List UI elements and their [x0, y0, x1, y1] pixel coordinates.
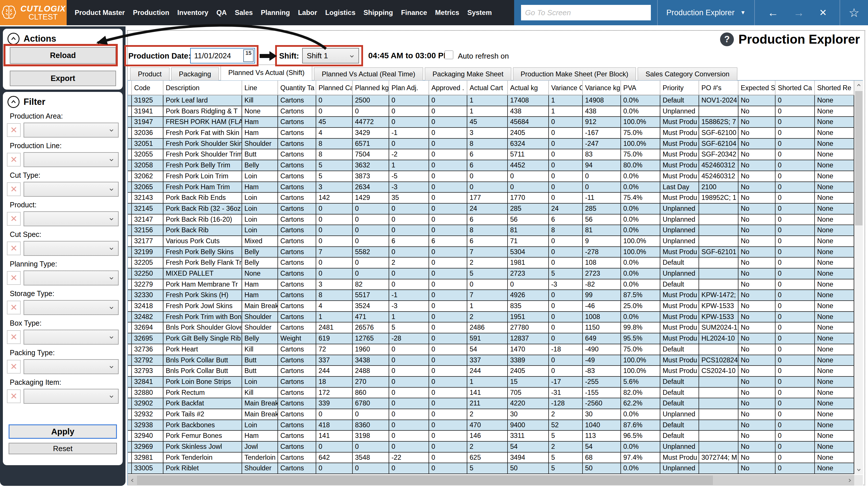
table-row-32250[interactable]: 32250MIXED PALLETNoneCartons000052723527… [128, 268, 863, 280]
column-header-plan-adj[interactable]: Plan Adj. [389, 81, 429, 95]
column-header-variance-cartons[interactable]: Variance Ca [549, 81, 583, 95]
column-header-po-numbers[interactable]: PO #'s [699, 81, 739, 95]
collapse-chevron-icon[interactable] [7, 33, 20, 45]
apply-button[interactable]: Apply [9, 424, 117, 439]
table-row-32330[interactable]: 32330Fresh Pork Skins (H)HamCartons85517… [128, 290, 863, 301]
scroll-down-icon[interactable] [855, 465, 863, 474]
export-button[interactable]: Export [10, 71, 116, 86]
clear-x-icon-storage-type[interactable]: ✕ [7, 301, 21, 315]
column-header-line[interactable]: Line [242, 81, 278, 95]
table-row-32938[interactable]: 32938Pork BackbonesLoinCartons4188360004… [128, 420, 863, 431]
table-row-32058[interactable]: 32058Fresh Pork Belly TrimBellyCartons53… [128, 160, 863, 171]
table-row-32279[interactable]: 32279Pork Ham Membrane TrHamCartons38200… [128, 280, 863, 290]
screen-selector-dropdown[interactable]: Production Explorer ▼ [657, 0, 755, 25]
vertical-scrollbar[interactable] [854, 81, 863, 474]
menu-item-logistics[interactable]: Logistics [321, 9, 359, 17]
reload-button[interactable]: Reload [10, 47, 116, 64]
close-icon[interactable]: ✕ [819, 7, 827, 18]
table-row-32055[interactable]: 32055Fresh Pork Shoulder TrimButtCartons… [128, 149, 863, 160]
table-row-32792[interactable]: 32792Bnls Pork Collar ButtButtCartons337… [128, 355, 863, 366]
column-header-code[interactable]: Code [132, 81, 163, 95]
auto-refresh-checkbox[interactable] [445, 51, 453, 59]
filter-combobox-cut-type[interactable] [24, 182, 119, 197]
table-row-32147[interactable]: 32147Pork Back Rib (16-20)LoinCartons000… [128, 215, 863, 225]
table-row-32036[interactable]: 32036Fresh Pork Fat with SkinHamCartons4… [128, 128, 863, 139]
table-row-32051[interactable]: 32051Fresh Pork Shoulder SkinShoulderCar… [128, 139, 863, 150]
table-row-32932[interactable]: 32932Pork Tails #2Main BreakCartons00002… [128, 409, 863, 420]
table-row-32695[interactable]: 32695Pork Gilt Belly Single RibBellyWeig… [128, 333, 863, 344]
table-row-32694[interactable]: 32694Bnls Pork Shoulder GloveShoulderCar… [128, 322, 863, 333]
vertical-scroll-thumb[interactable] [855, 91, 863, 225]
tab-packaging-make-sheet[interactable]: Packaging Make Sheet [425, 67, 511, 80]
column-header-quantity-type[interactable]: Quantity Ta [278, 81, 316, 95]
tab-product[interactable]: Product [130, 67, 169, 80]
favorite-star-icon[interactable]: ☆ [849, 6, 860, 20]
filter-combobox-production-line[interactable] [24, 152, 119, 167]
menu-item-shipping[interactable]: Shipping [359, 9, 397, 17]
menu-item-finance[interactable]: Finance [397, 9, 431, 17]
menu-item-product-master[interactable]: Product Master [71, 9, 129, 17]
clear-x-icon-production-area[interactable]: ✕ [7, 123, 21, 137]
menu-item-production[interactable]: Production [129, 9, 174, 17]
table-row-32736[interactable]: 32736Pork HeartKillCartons72196000541470… [128, 344, 863, 355]
reset-button[interactable]: Reset [9, 443, 117, 454]
tab-planned-vs-actual-real-time[interactable]: Planned Vs Actual (Real Time) [314, 67, 423, 80]
scroll-up-icon[interactable] [855, 81, 863, 90]
column-header-shorted-cartons[interactable]: Shorted Ca [776, 81, 815, 95]
table-row-32940[interactable]: 32940Pork Femur BonesHamCartons141319800… [128, 431, 863, 442]
clear-x-icon-box-type[interactable]: ✕ [7, 330, 21, 344]
table-row-32143[interactable]: 32143Pork Back Rib EndsLoinCartons142142… [128, 193, 863, 203]
menu-item-inventory[interactable]: Inventory [173, 9, 212, 17]
table-row-32418[interactable]: 32418Fresh Pork Jowl SkinsMain BreakCart… [128, 301, 863, 312]
column-header-variance-kg[interactable]: Variance kg [583, 81, 621, 95]
column-header-shorted-reason[interactable]: Shorted Re [815, 81, 854, 95]
filter-combobox-planning-type[interactable] [24, 270, 119, 285]
clear-x-icon-cut-type[interactable]: ✕ [7, 182, 21, 196]
column-header-expected-shorted[interactable]: Expected S [739, 81, 776, 95]
table-row-32969[interactable]: 32969Pork Skinless JowlJowlCartons000025… [128, 442, 863, 453]
clear-x-icon-planning-type[interactable]: ✕ [7, 271, 21, 285]
scroll-right-icon[interactable] [845, 475, 854, 486]
filter-combobox-packing-type[interactable] [24, 359, 119, 374]
clear-x-icon-production-line[interactable]: ✕ [7, 153, 21, 167]
filter-combobox-storage-type[interactable] [24, 300, 119, 315]
menu-item-planning[interactable]: Planning [257, 9, 294, 17]
table-row-32841[interactable]: 32841Pork Loin Bone StripsLoinCartons182… [128, 377, 863, 388]
menu-item-qa[interactable]: QA [212, 9, 230, 17]
column-header-description[interactable]: Description [163, 81, 242, 95]
table-row-32482[interactable]: 32482Fresh Pork Trim with BonShoulderCar… [128, 312, 863, 323]
scroll-left-icon[interactable] [128, 475, 137, 486]
column-header-planned-kg[interactable]: Planned kg [353, 81, 389, 95]
table-row-32199[interactable]: 32199Fresh Pork Belly SkinsBellyCartons7… [128, 247, 863, 258]
table-row-31941[interactable]: 31941Pork Boars Ridgling & TNoneCartons0… [128, 106, 863, 117]
table-row-32145[interactable]: 32145Pork Back Rib (32 - 36ozLoinCartons… [128, 203, 863, 215]
horizontal-scroll-thumb[interactable] [137, 476, 713, 485]
clear-x-icon-packaging-item[interactable]: ✕ [7, 389, 21, 403]
column-header-approved[interactable]: Approved . [429, 81, 467, 95]
horizontal-scrollbar[interactable] [128, 475, 854, 486]
tab-sales-category-conversion[interactable]: Sales Category Conversion [638, 67, 737, 80]
table-row-31925[interactable]: 31925Pork Leaf lardKillCartons0250000117… [128, 95, 863, 106]
table-row-32902[interactable]: 32902Pork BackfatMain BreakCartons339678… [128, 398, 863, 409]
menu-item-labor[interactable]: Labor [294, 9, 321, 17]
table-row-31947[interactable]: 31947FRESH PORK HAM (FLANHamCartons45447… [128, 117, 863, 128]
collapse-chevron-icon[interactable] [7, 96, 20, 108]
table-row-32793[interactable]: 32793Bnls Pork Collar ButtButtCartons244… [128, 366, 863, 377]
tab-production-make-sheet-per-block[interactable]: Production Make Sheet (Per Block) [513, 67, 636, 80]
forward-icon[interactable]: → [793, 7, 804, 19]
clear-x-icon-product[interactable]: ✕ [7, 212, 21, 226]
filter-combobox-cut-spec[interactable] [24, 241, 119, 256]
filter-combobox-production-area[interactable] [24, 123, 119, 137]
table-row-32880[interactable]: 32880Pork RectumKillCartons1728600014170… [128, 388, 863, 398]
table-row-33005[interactable]: 33005Pork RibletShoulderCartons000055055… [128, 463, 863, 474]
filter-combobox-product[interactable] [24, 212, 119, 226]
menu-item-metrics[interactable]: Metrics [431, 9, 463, 17]
filter-combobox-box-type[interactable] [24, 330, 119, 345]
clear-x-icon-packing-type[interactable]: ✕ [7, 360, 21, 374]
table-row-32981[interactable]: 32981Pork TenderloinTenderloinCartons642… [128, 453, 863, 463]
table-row-32177[interactable]: 32177Various Pork CutsMixedCartons006667… [128, 236, 863, 247]
clear-x-icon-cut-spec[interactable]: ✕ [7, 241, 21, 255]
shift-select[interactable]: Shift 1 [302, 48, 359, 63]
column-header-actual-cartons[interactable]: Actual Cart [467, 81, 508, 95]
menu-item-sales[interactable]: Sales [230, 9, 257, 17]
